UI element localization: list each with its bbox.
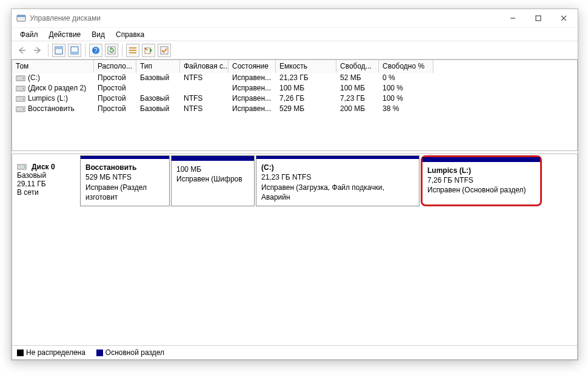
legend: Не распределена Основной раздел bbox=[12, 345, 577, 359]
svg-point-27 bbox=[24, 166, 25, 167]
table-row[interactable]: (Диск 0 раздел 2)ПростойИсправен...100 М… bbox=[12, 83, 577, 93]
svg-rect-3 bbox=[536, 16, 541, 21]
legend-primary: Основной раздел bbox=[96, 348, 164, 357]
disk-size: 29,11 ГБ bbox=[17, 180, 75, 188]
menu-file[interactable]: Файл bbox=[15, 29, 43, 40]
disk-status: В сети bbox=[17, 188, 75, 197]
volume-table-header: Том Располо... Тип Файловая с... Состоян… bbox=[12, 60, 577, 73]
disk-strip: Диск 0 Базовый 29,11 ГБ В сети Восстанов… bbox=[12, 154, 577, 210]
col-fs[interactable]: Файловая с... bbox=[180, 60, 229, 73]
svg-rect-13 bbox=[129, 47, 136, 49]
window-controls bbox=[500, 10, 576, 27]
view-bottom-button[interactable] bbox=[68, 44, 81, 57]
legend-unallocated: Не распределена bbox=[17, 348, 85, 357]
menu-bar: Файл Действие Вид Справка bbox=[12, 27, 578, 41]
toolbar: ? bbox=[12, 41, 578, 59]
refresh-button[interactable] bbox=[105, 44, 118, 57]
help-button[interactable]: ? bbox=[89, 44, 102, 57]
col-layout[interactable]: Располо... bbox=[94, 60, 136, 73]
svg-point-19 bbox=[23, 78, 24, 79]
svg-rect-15 bbox=[129, 52, 136, 53]
svg-text:?: ? bbox=[94, 47, 98, 54]
menu-help[interactable]: Справка bbox=[111, 29, 149, 40]
table-row[interactable]: ВосстановитьПростойБазовыйNTFSИсправен..… bbox=[12, 104, 577, 114]
volume-icon bbox=[16, 75, 25, 82]
col-volume[interactable]: Том bbox=[12, 60, 94, 73]
disk-type: Базовый bbox=[17, 171, 75, 180]
disk-management-window: Управление дисками Файл Действие Вид Спр… bbox=[11, 8, 578, 360]
svg-rect-17 bbox=[161, 47, 168, 54]
back-button[interactable] bbox=[15, 44, 28, 57]
col-type[interactable]: Тип bbox=[136, 60, 180, 73]
table-row[interactable]: (C:)ПростойБазовыйNTFSИсправен...21,23 Г… bbox=[12, 73, 577, 83]
disk-layout-area: Диск 0 Базовый 29,11 ГБ В сети Восстанов… bbox=[12, 154, 578, 360]
menu-action[interactable]: Действие bbox=[44, 29, 86, 40]
svg-rect-1 bbox=[17, 15, 25, 17]
partition-container: Восстановить529 МБ NTFSИсправен (Раздел … bbox=[80, 154, 577, 210]
svg-point-21 bbox=[23, 88, 24, 89]
window-title: Управление дисками bbox=[30, 14, 101, 22]
table-row[interactable]: Lumpics (L:)ПростойБазовыйNTFSИсправен..… bbox=[12, 93, 577, 104]
app-icon bbox=[16, 14, 26, 22]
list-button[interactable] bbox=[126, 44, 139, 57]
col-pct[interactable]: Свободно % bbox=[379, 60, 433, 73]
disk-name: Диск 0 bbox=[32, 163, 55, 171]
menu-view[interactable]: Вид bbox=[87, 29, 110, 40]
partition[interactable]: Восстановить529 МБ NTFSИсправен (Раздел … bbox=[80, 155, 170, 206]
svg-rect-7 bbox=[55, 47, 62, 49]
view-top-button[interactable] bbox=[52, 44, 65, 57]
volume-table-body: (C:)ПростойБазовыйNTFSИсправен...21,23 Г… bbox=[12, 73, 577, 150]
action-button[interactable] bbox=[142, 44, 155, 57]
col-status[interactable]: Состояние bbox=[229, 60, 276, 73]
svg-rect-9 bbox=[71, 52, 78, 54]
volume-icon bbox=[16, 95, 25, 103]
disk-icon bbox=[17, 163, 27, 171]
volume-table: Том Располо... Тип Файловая с... Состоян… bbox=[12, 59, 578, 151]
svg-rect-14 bbox=[129, 50, 136, 51]
partition[interactable]: Lumpics (L:)7,26 ГБ NTFSИсправен (Основн… bbox=[421, 155, 542, 206]
col-capacity[interactable]: Емкость bbox=[276, 60, 336, 73]
svg-point-23 bbox=[23, 98, 24, 100]
forward-button[interactable] bbox=[31, 44, 44, 57]
volume-icon bbox=[16, 106, 25, 113]
volume-icon bbox=[16, 85, 25, 92]
svg-point-25 bbox=[23, 109, 24, 110]
partition[interactable]: (C:)21,23 ГБ NTFSИсправен (Загрузка, Фай… bbox=[256, 155, 419, 206]
minimize-button[interactable] bbox=[500, 10, 526, 27]
title-bar: Управление дисками bbox=[12, 9, 578, 27]
maximize-button[interactable] bbox=[526, 10, 551, 27]
partition[interactable]: 100 МБИсправен (Шифров bbox=[171, 155, 255, 206]
check-button[interactable] bbox=[158, 44, 171, 57]
disk-info[interactable]: Диск 0 Базовый 29,11 ГБ В сети bbox=[12, 154, 80, 210]
col-free[interactable]: Свобод... bbox=[336, 60, 379, 73]
close-button[interactable] bbox=[551, 10, 576, 27]
